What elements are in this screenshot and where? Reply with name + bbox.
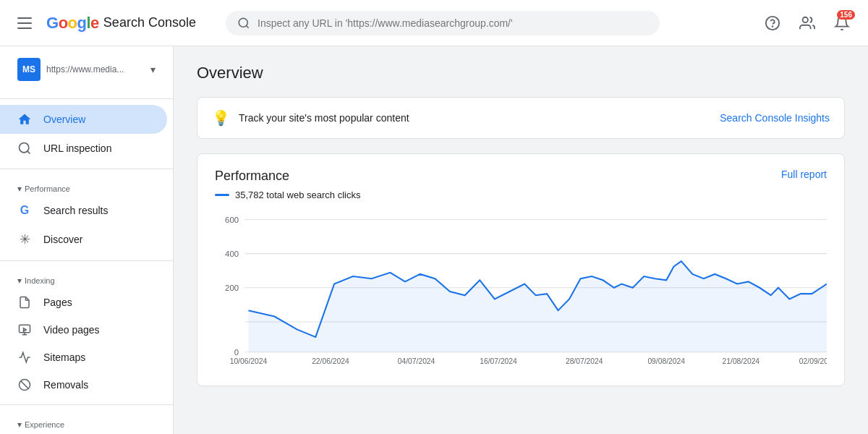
url-inspect-search-bar[interactable] [226,11,660,35]
nav-divider-3 [0,260,173,261]
property-name: https://www.media... [46,64,145,75]
sidebar-item-video-pages[interactable]: Video pages [0,316,167,344]
search-console-insights-link[interactable]: Search Console Insights [720,112,830,124]
insight-banner: 💡 Track your site's most popular content… [197,97,845,139]
svg-text:400: 400 [225,250,239,258]
main-content: Overview 💡 Track your site's most popula… [174,46,868,434]
svg-point-5 [20,143,29,153]
removals-icon [17,378,32,391]
performance-chevron-icon: ▾ [17,184,22,194]
full-report-link[interactable]: Full report [781,169,827,180]
hamburger-line [17,27,32,29]
sidebar-discover-label: Discover [43,234,82,245]
notifications-button[interactable]: 156 [827,9,856,38]
chart-svg: 600 400 200 0 10/06/2024 22/06/2024 [215,212,827,371]
sidebar-item-sitemaps[interactable]: Sitemaps [0,344,167,371]
indexing-chevron-icon: ▾ [17,276,22,286]
svg-text:10/06/2024: 10/06/2024 [230,357,268,365]
svg-text:600: 600 [225,216,239,224]
sidebar-item-discover[interactable]: ✳ Discover [0,224,167,255]
sidebar-video-pages-label: Video pages [43,324,100,336]
sitemaps-icon [17,351,32,364]
app-title: Search Console [103,15,196,30]
manage-accounts-icon [799,15,815,31]
help-button[interactable] [758,9,787,38]
header: Google Search Console [0,0,868,46]
svg-line-1 [246,25,248,27]
home-icon [17,112,32,127]
svg-text:02/09/2024: 02/09/2024 [799,357,827,365]
svg-text:22/06/2024: 22/06/2024 [312,357,349,365]
insight-text: Track your site's most popular content [239,112,711,124]
help-icon [765,15,780,31]
search-bar-icon [237,17,250,30]
performance-section-label[interactable]: ▾ Performance [0,175,173,197]
sidebar-item-removals[interactable]: Removals [0,371,167,399]
sidebar-removals-label: Removals [43,379,88,391]
svg-line-6 [27,151,30,154]
experience-chevron-icon: ▾ [17,420,22,430]
svg-point-3 [773,26,773,27]
nav-divider [0,98,173,99]
app-container: Google Search Console [0,0,868,434]
performance-title: Performance [215,169,289,184]
sidebar-pages-label: Pages [43,297,72,308]
header-left: Google Search Console [12,12,214,35]
svg-text:0: 0 [234,348,239,357]
sidebar-item-search-results[interactable]: G Search results [0,197,167,224]
sidebar-sitemaps-label: Sitemaps [43,352,85,363]
nav-divider-2 [0,169,173,169]
discover-icon: ✳ [17,231,32,247]
experience-section-label[interactable]: ▾ Experience [0,411,173,433]
svg-text:04/07/2024: 04/07/2024 [398,357,435,365]
video-pages-icon [17,323,32,336]
svg-point-0 [239,18,247,27]
sidebar-search-results-label: Search results [43,205,108,216]
performance-metric: 35,782 total web search clicks [215,190,827,200]
property-selector[interactable]: MS https://www.media... ▾ [6,52,167,93]
hamburger-line [17,22,32,24]
performance-card: Performance Full report 35,782 total web… [197,153,845,386]
metric-line-indicator [215,194,229,196]
header-right: 156 [758,9,856,38]
logo: Google Search Console [46,14,196,33]
property-avatar: MS [17,58,41,81]
url-inspect-input[interactable] [258,17,648,29]
main-area: MS https://www.media... ▾ Overview [0,46,868,434]
performance-chart: 600 400 200 0 10/06/2024 22/06/2024 [215,212,827,371]
svg-text:28/07/2024: 28/07/2024 [566,357,603,365]
manage-accounts-button[interactable] [793,9,822,38]
indexing-section-label[interactable]: ▾ Indexing [0,267,173,289]
sidebar: MS https://www.media... ▾ Overview [0,46,174,434]
svg-line-11 [21,381,29,389]
hamburger-line [17,17,32,19]
performance-header: Performance Full report [215,169,827,184]
lightbulb-icon: 💡 [212,109,230,127]
svg-text:09/08/2024: 09/08/2024 [647,357,685,365]
pages-icon [17,296,32,309]
google-logo: Google [46,14,99,33]
svg-text:16/07/2024: 16/07/2024 [480,357,517,365]
sidebar-item-url-inspection[interactable]: URL inspection [0,134,167,163]
hamburger-menu-button[interactable] [12,12,38,35]
metric-label: 35,782 total web search clicks [235,190,360,200]
sidebar-item-overview[interactable]: Overview [0,105,167,134]
nav-divider-4 [0,404,173,405]
page-title: Overview [197,64,845,82]
svg-point-4 [803,17,808,22]
google-g-icon: G [17,204,32,217]
sidebar-item-pages[interactable]: Pages [0,289,167,316]
svg-text:200: 200 [225,284,239,292]
notification-count: 156 [837,10,855,20]
url-inspection-icon [17,141,32,156]
sidebar-url-inspection-label: URL inspection [43,142,111,154]
sidebar-overview-label: Overview [43,114,85,125]
property-chevron-icon: ▾ [150,64,156,75]
svg-text:21/08/2024: 21/08/2024 [723,357,760,365]
